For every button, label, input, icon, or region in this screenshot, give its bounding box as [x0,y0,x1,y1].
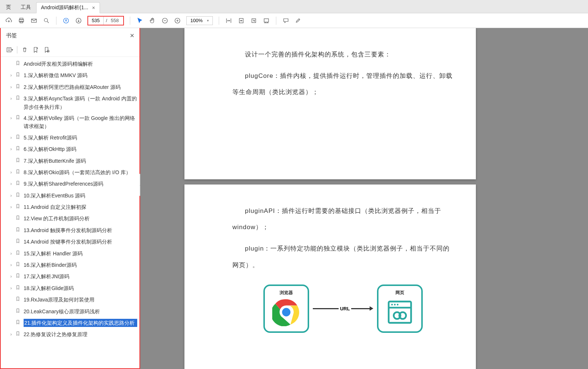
chevron-right-icon[interactable]: › [10,331,15,338]
bookmark-icon [15,261,21,269]
bookmark-label: 7.深入解析ButterKnife 源码 [24,157,137,165]
bookmark-item[interactable]: ›5.深入解析 Retrofit源码 [1,132,139,144]
print-icon[interactable] [18,17,25,24]
outline-options-icon[interactable]: ▾ [6,46,13,54]
find-bookmark-icon[interactable] [43,46,51,54]
bookmark-item[interactable]: 7.深入解析ButterKnife 源码 [1,155,139,167]
svg-point-16 [282,308,290,316]
bookmark-label: 5.深入解析 Retrofit源码 [24,134,137,142]
bookmark-item[interactable]: ›17.深入解析JNI源码 [1,271,139,282]
tab-home[interactable]: 页 [1,2,15,13]
rotate-icon[interactable] [250,17,257,24]
webpage-icon [386,298,414,328]
chevron-right-icon[interactable]: › [10,250,15,257]
document-viewport[interactable]: 设计一个完善的插件化架构的系统，包含三要素： plugCore：插件内核，提供插… [140,28,588,369]
hand-icon[interactable] [149,17,156,24]
bookmark-item[interactable]: ›15.深入解析 Handler 源码 [1,248,139,259]
fit-width-icon[interactable] [225,17,232,24]
svg-point-21 [397,304,399,306]
bookmark-icon [15,273,21,281]
bookmark-item[interactable]: ›3.深入解析AsyncTask 源码（一款 Android 内置的异步任务执行… [1,93,139,113]
bookmark-item[interactable]: ›4.深入解析Volley 源码（一款 Google 推出的网络请求框架） [1,113,139,132]
bookmark-item[interactable]: 21.插件化架构定义及插件化架构的实践思路分析 [1,317,139,329]
chevron-right-icon[interactable]: › [10,95,15,102]
paragraph: plugCore：插件内核，提供插件运行时，管理插件的加载、运行、卸载等生命周期… [232,68,454,100]
bookmark-item[interactable]: ›8.深入解析Okio源码（一套简洁高效的 I/O 库） [1,167,139,178]
zoom-out-icon[interactable] [161,17,169,24]
bookmark-item[interactable]: ›1.深入解析微信 MMKV 源码 [1,70,139,81]
chevron-right-icon[interactable]: › [10,204,15,211]
chevron-right-icon[interactable]: › [10,169,15,176]
bookmark-item[interactable]: ›9.深入解析SharedPreferences源码 [1,178,139,190]
pdf-page: pluginAPI：插件运行时需要的基础接口（类比浏览器例子，相当于window… [184,184,476,369]
chevron-right-icon[interactable]: › [10,72,15,79]
bookmark-label: 3.深入解析AsyncTask 源码（一款 Android 内置的异步任务执行库… [24,94,137,111]
diagram-right-caption: 网页 [386,290,414,296]
bookmark-item[interactable]: 12.View 的工作机制源码分析 [1,213,139,224]
chrome-icon [272,298,300,326]
sidebar-toolbar: ▾ [1,43,139,57]
bookmark-item[interactable]: 20.LeakCanary核心原理源码浅析 [1,306,139,317]
bookmark-icon [15,157,21,165]
chevron-right-icon[interactable]: › [10,84,15,91]
bookmark-label: 9.深入解析SharedPreferences源码 [24,180,137,188]
tab-tools[interactable]: 工具 [16,2,35,13]
bookmark-item[interactable]: ›22.热修复设计之热修复原理 [1,329,139,340]
zoom-select[interactable]: 100% ▾ [186,16,213,25]
prev-page-icon[interactable] [62,17,70,24]
add-bookmark-icon[interactable] [32,46,39,54]
paragraph: pluginAPI：插件运行时需要的基础接口（类比浏览器例子，相当于window… [232,203,454,235]
close-icon[interactable]: × [92,5,95,11]
page-input[interactable] [88,17,104,25]
chevron-right-icon[interactable]: › [10,146,15,153]
highlight-icon[interactable] [295,17,302,24]
bookmark-icon [15,83,21,92]
bookmark-icon [15,145,21,154]
bookmark-item[interactable]: 13.Android 触摸事件分发机制源码分析 [1,225,139,236]
bookmark-label: 6.深入解析OkHttp 源码 [24,145,137,153]
bookmark-icon [15,169,21,177]
bookmark-icon [15,284,21,293]
mail-icon[interactable] [30,17,38,24]
bookmark-item[interactable]: ›11.Android 自定义注解初探 [1,201,139,213]
chevron-right-icon[interactable]: › [10,262,15,269]
chevron-right-icon[interactable]: › [10,115,15,122]
bookmark-icon [15,203,21,211]
bookmark-item[interactable]: ›10.深入解析EventBus 源码 [1,190,139,201]
diagram: 浏览器 URL 网页 [232,284,454,333]
close-sidebar-icon[interactable]: × [130,31,134,40]
chevron-right-icon[interactable]: › [10,134,15,141]
bookmark-icon [15,95,21,103]
sidebar-title: 书签 [6,32,17,39]
bookmark-item[interactable]: 19.RxJava原理及如何封装使用 [1,294,139,306]
chevron-right-icon[interactable]: › [10,192,15,199]
search-icon[interactable] [43,17,50,24]
pointer-icon[interactable] [136,17,143,24]
bookmark-item[interactable]: ›2.深入解析阿里巴巴路由框架ARouter 源码 [1,82,139,93]
chevron-right-icon[interactable]: › [10,285,15,292]
read-mode-icon[interactable] [263,17,270,24]
cloud-upload-icon[interactable] [5,17,13,24]
zoom-in-icon[interactable] [174,17,181,24]
bookmark-item[interactable]: ›18.深入解析Glide源码 [1,283,139,294]
separator [219,17,219,25]
bookmark-item[interactable]: 14.Android 按键事件分发机制源码分析 [1,236,139,248]
arrow-label: URL [340,306,350,311]
svg-point-4 [44,18,48,22]
fit-page-icon[interactable] [238,17,245,24]
bookmark-item[interactable]: Android开发相关源码精编解析 [1,58,139,70]
bookmark-item[interactable]: ›6.深入解析OkHttp 源码 [1,144,139,155]
comment-icon[interactable] [282,17,290,24]
delete-bookmark-icon[interactable] [21,46,28,54]
bookmark-item[interactable]: ›16.深入解析Binder源码 [1,259,139,271]
tab-document[interactable]: Android源码解析(1... × [36,2,100,13]
bookmark-label: 20.LeakCanary核心原理源码浅析 [24,307,137,315]
chevron-right-icon[interactable]: › [10,273,15,280]
bookmark-icon [15,238,21,246]
diagram-webpage-box: 网页 [377,284,423,333]
separator [276,17,276,25]
bookmark-label: 14.Android 按键事件分发机制源码分析 [24,238,137,246]
chevron-right-icon[interactable]: › [10,180,15,187]
zoom-value: 100% [188,18,205,23]
next-page-icon[interactable] [75,17,82,24]
